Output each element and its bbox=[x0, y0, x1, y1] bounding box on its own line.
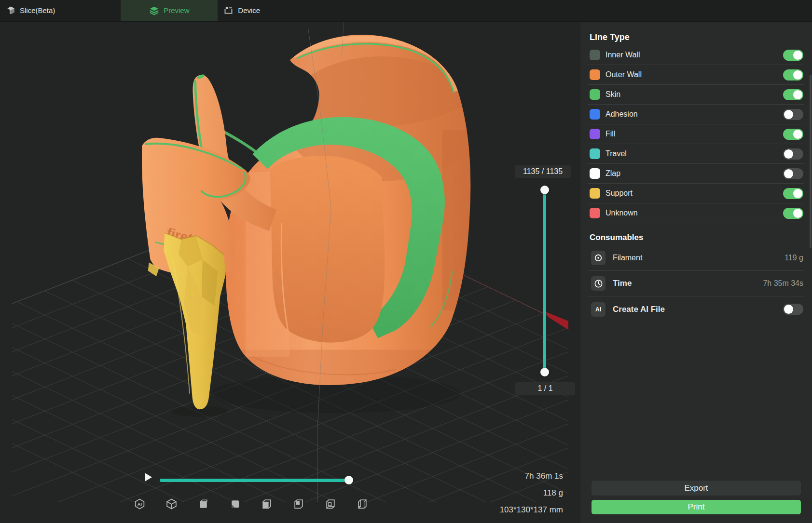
line-type-label: Fill bbox=[606, 130, 778, 138]
ai-view-icon[interactable]: AI bbox=[134, 498, 146, 510]
create-ai-file-label: Create AI File bbox=[613, 305, 776, 314]
consumables-title: Consumables bbox=[590, 233, 804, 242]
line-type-toggle[interactable] bbox=[783, 148, 803, 160]
clock-icon bbox=[591, 276, 606, 291]
line-type-toggle[interactable] bbox=[783, 109, 803, 120]
view-preset-toolbar: AI bbox=[134, 498, 369, 510]
isometric-view-icon[interactable] bbox=[165, 498, 178, 510]
3d-viewport[interactable]: firetv 1135 / 1135 1 / 1 AI 7h 36m 1s 11… bbox=[0, 22, 580, 523]
create-ai-file-row: AI Create AI File bbox=[588, 296, 804, 322]
line-type-toggle[interactable] bbox=[783, 50, 803, 61]
ai-file-icon: AI bbox=[591, 302, 606, 317]
line-type-label: Support bbox=[606, 189, 778, 198]
play-button[interactable] bbox=[145, 473, 152, 482]
line-type-color-swatch bbox=[590, 148, 600, 159]
back-view-icon[interactable] bbox=[357, 498, 369, 510]
line-type-toggle[interactable] bbox=[783, 69, 803, 80]
line-type-color-swatch bbox=[590, 69, 600, 80]
line-type-row[interactable]: Inner Wall bbox=[588, 45, 804, 65]
layer-counter-bottom: 1 / 1 bbox=[515, 382, 575, 395]
tab-preview-label: Preview bbox=[164, 6, 189, 14]
x-axis-arrow bbox=[546, 312, 568, 330]
line-type-row[interactable]: Zlap bbox=[588, 164, 804, 184]
filament-label: Filament bbox=[613, 254, 777, 262]
layer-slider-lower-handle[interactable] bbox=[540, 368, 549, 376]
filament-spool-icon bbox=[591, 251, 606, 265]
print-stats: 7h 36m 1s 118 g 103*130*137 mm bbox=[500, 468, 563, 518]
create-ai-file-toggle[interactable] bbox=[783, 304, 803, 315]
top-bar: Slice(Beta) Preview Device bbox=[0, 0, 812, 22]
model-inner-cup bbox=[270, 156, 385, 343]
line-type-label: Outer Wall bbox=[606, 70, 778, 79]
line-type-color-swatch bbox=[590, 109, 600, 120]
line-type-row[interactable]: Skin bbox=[588, 85, 804, 105]
line-type-toggle[interactable] bbox=[783, 168, 803, 179]
layer-slider-track[interactable] bbox=[543, 190, 546, 372]
right-view-icon[interactable] bbox=[293, 498, 305, 510]
filament-value: 119 g bbox=[784, 254, 803, 262]
layer-slider-upper-handle[interactable] bbox=[540, 186, 549, 194]
tab-device-label: Device bbox=[238, 6, 260, 14]
line-type-label: Travel bbox=[606, 149, 778, 158]
device-printer-icon bbox=[223, 5, 234, 15]
stat-print-time: 7h 36m 1s bbox=[500, 468, 563, 484]
slice-label: Slice(Beta) bbox=[20, 6, 55, 14]
time-row: Time 7h 35m 34s bbox=[588, 271, 804, 296]
line-type-toggle[interactable] bbox=[783, 188, 803, 199]
export-button[interactable]: Export bbox=[592, 481, 801, 496]
line-type-toggle[interactable] bbox=[783, 129, 803, 140]
tab-preview[interactable]: Preview bbox=[121, 0, 218, 21]
top-view-icon[interactable] bbox=[325, 498, 337, 510]
panel-scrollbar[interactable] bbox=[810, 75, 812, 248]
stat-weight: 118 g bbox=[500, 484, 563, 501]
filament-row: Filament 119 g bbox=[588, 245, 804, 271]
line-type-color-swatch bbox=[590, 89, 600, 100]
line-type-row[interactable]: Outer Wall bbox=[588, 65, 804, 85]
scene-canvas: firetv bbox=[0, 22, 580, 523]
action-buttons: Export Print bbox=[588, 481, 804, 516]
svg-text:AI: AI bbox=[138, 502, 142, 507]
time-label: Time bbox=[613, 279, 756, 288]
line-type-color-swatch bbox=[590, 50, 600, 60]
line-type-row[interactable]: Unknown bbox=[588, 203, 804, 223]
playback-handle[interactable] bbox=[344, 476, 353, 484]
playback-track[interactable] bbox=[160, 479, 351, 482]
line-type-label: Unknown bbox=[606, 209, 778, 217]
line-type-row[interactable]: Adhesion bbox=[588, 105, 804, 124]
line-type-label: Zlap bbox=[606, 169, 778, 178]
time-value: 7h 35m 34s bbox=[763, 279, 803, 288]
line-type-color-swatch bbox=[590, 168, 600, 179]
line-type-row[interactable]: Travel bbox=[588, 144, 804, 164]
line-type-title: Line Type bbox=[590, 32, 804, 42]
layer-counter-top: 1135 / 1135 bbox=[515, 165, 571, 178]
stat-dimensions: 103*130*137 mm bbox=[500, 501, 563, 518]
line-type-list: Inner Wall Outer Wall Skin Adhesion Fill… bbox=[588, 45, 804, 223]
line-type-color-swatch bbox=[590, 208, 600, 218]
print-button[interactable]: Print bbox=[592, 500, 801, 514]
preview-layers-icon bbox=[149, 5, 159, 15]
bottom-view-icon[interactable] bbox=[229, 498, 241, 510]
line-type-label: Inner Wall bbox=[606, 51, 778, 59]
front-view-icon[interactable] bbox=[197, 498, 209, 510]
preview-settings-panel: Line Type Inner Wall Outer Wall Skin Adh… bbox=[580, 22, 812, 523]
line-type-color-swatch bbox=[590, 129, 600, 139]
line-type-label: Skin bbox=[606, 90, 778, 99]
line-type-label: Adhesion bbox=[606, 110, 778, 119]
line-type-color-swatch bbox=[590, 188, 600, 199]
line-type-row[interactable]: Fill bbox=[588, 124, 804, 144]
tab-device[interactable]: Device bbox=[218, 0, 273, 21]
model-cup-holder[interactable]: firetv bbox=[142, 35, 482, 409]
slice-tab[interactable]: Slice(Beta) bbox=[0, 0, 64, 21]
left-view-icon[interactable] bbox=[261, 498, 273, 510]
line-type-toggle[interactable] bbox=[783, 89, 803, 100]
slice-cube-icon bbox=[6, 6, 15, 15]
line-type-toggle[interactable] bbox=[783, 208, 803, 219]
line-type-row[interactable]: Support bbox=[588, 184, 804, 203]
